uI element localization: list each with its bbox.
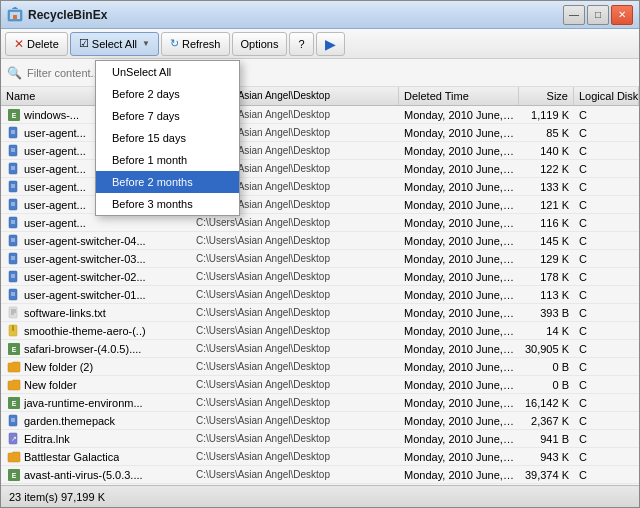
table-row[interactable]: user-agent-switcher-04... C:\Users\Asian…: [1, 232, 639, 250]
svg-rect-13: [9, 163, 17, 174]
refresh-button[interactable]: ↻ Refresh: [161, 32, 230, 56]
file-disk-cell: C: [574, 270, 639, 284]
file-type-icon: [6, 377, 22, 393]
file-name-cell: user-agent-switcher-03...: [1, 250, 191, 268]
file-disk-cell: C: [574, 468, 639, 482]
file-path-cell: C:\Users\Asian Angel\Desktop: [191, 324, 399, 337]
file-path-cell: C:\Users\Asian Angel\Desktop: [191, 234, 399, 247]
file-time-cell: Monday, 2010 June,....: [399, 360, 519, 374]
file-name-cell: user-agent-switcher-04...: [1, 232, 191, 250]
file-disk-cell: C: [574, 450, 639, 464]
file-name: Battlestar Galactica: [24, 451, 119, 463]
file-time-cell: Monday, 2010 June,....: [399, 324, 519, 338]
file-path-cell: C:\Users\Asian Angel\Desktop: [191, 396, 399, 409]
file-name: smoothie-theme-aero-(..): [24, 325, 146, 337]
select-all-dropdown: UnSelect AllBefore 2 daysBefore 7 daysBe…: [95, 60, 240, 216]
file-type-icon: [6, 197, 22, 213]
minimize-button[interactable]: —: [563, 5, 585, 25]
column-time[interactable]: Deleted Time: [399, 87, 519, 105]
dropdown-item[interactable]: Before 15 days: [96, 127, 239, 149]
file-name-cell: smoothie-theme-aero-(..): [1, 322, 191, 340]
table-row[interactable]: software-links.txt C:\Users\Asian Angel\…: [1, 304, 639, 322]
title-bar: RecycleBinEx — □ ✕: [1, 1, 639, 29]
file-type-icon: [6, 449, 22, 465]
table-row[interactable]: user-agent-switcher-02... C:\Users\Asian…: [1, 268, 639, 286]
file-size-cell: 121 K: [519, 198, 574, 212]
file-name: user-agent...: [24, 127, 86, 139]
file-name: user-agent...: [24, 199, 86, 211]
file-type-icon: [6, 359, 22, 375]
svg-rect-5: [9, 127, 17, 138]
file-size-cell: 85 K: [519, 126, 574, 140]
close-button[interactable]: ✕: [611, 5, 633, 25]
options-button[interactable]: Options: [232, 32, 288, 56]
file-time-cell: Monday, 2010 June,....: [399, 378, 519, 392]
table-row[interactable]: smoothie-theme-aero-(..) C:\Users\Asian …: [1, 322, 639, 340]
file-name: Editra.lnk: [24, 433, 70, 445]
file-disk-cell: C: [574, 360, 639, 374]
file-time-cell: Monday, 2010 June,....: [399, 414, 519, 428]
dropdown-item[interactable]: Before 2 months: [96, 171, 239, 193]
table-row[interactable]: E safari-browser-(4.0.5).... C:\Users\As…: [1, 340, 639, 358]
file-name: software-links.txt: [24, 307, 106, 319]
file-size-cell: 39,374 K: [519, 468, 574, 482]
file-disk-cell: C: [574, 162, 639, 176]
file-type-icon: [6, 251, 22, 267]
table-row[interactable]: ↗ Editra.lnk C:\Users\Asian Angel\Deskto…: [1, 430, 639, 448]
table-row[interactable]: E java-runtime-environm... C:\Users\Asia…: [1, 394, 639, 412]
select-all-button[interactable]: ☑ Select All ▼: [70, 32, 159, 56]
file-size-cell: 129 K: [519, 252, 574, 266]
svg-rect-41: [9, 289, 17, 300]
file-size-cell: 16,142 K: [519, 396, 574, 410]
file-type-icon: E: [6, 341, 22, 357]
dropdown-item[interactable]: Before 1 month: [96, 149, 239, 171]
file-time-cell: Monday, 2010 June,....: [399, 342, 519, 356]
table-row[interactable]: E avast-anti-virus-(5.0.3.... C:\Users\A…: [1, 466, 639, 484]
table-row[interactable]: garden.themepack C:\Users\Asian Angel\De…: [1, 412, 639, 430]
help-button[interactable]: ?: [289, 32, 313, 56]
file-disk-cell: C: [574, 108, 639, 122]
table-row[interactable]: Battlestar Galactica C:\Users\Asian Ange…: [1, 448, 639, 466]
dropdown-item[interactable]: Before 2 days: [96, 83, 239, 105]
file-name: New folder (2): [24, 361, 93, 373]
options-label: Options: [241, 38, 279, 50]
svg-rect-2: [13, 15, 17, 19]
maximize-button[interactable]: □: [587, 5, 609, 25]
file-disk-cell: C: [574, 342, 639, 356]
dropdown-item[interactable]: Before 7 days: [96, 105, 239, 127]
file-disk-cell: C: [574, 432, 639, 446]
file-name-cell: E safari-browser-(4.0.5)....: [1, 340, 191, 358]
table-row[interactable]: user-agent... C:\Users\Asian Angel\Deskt…: [1, 214, 639, 232]
file-time-cell: Monday, 2010 June,....: [399, 450, 519, 464]
file-name: user-agent-switcher-03...: [24, 253, 146, 265]
dropdown-item[interactable]: Before 3 months: [96, 193, 239, 215]
file-time-cell: Monday, 2010 June,....: [399, 126, 519, 140]
column-disk[interactable]: Logical Disk: [574, 87, 639, 105]
refresh-label: Refresh: [182, 38, 221, 50]
table-row[interactable]: user-agent-switcher-03... C:\Users\Asian…: [1, 250, 639, 268]
file-disk-cell: C: [574, 414, 639, 428]
delete-button[interactable]: ✕ Delete: [5, 32, 68, 56]
file-size-cell: 30,905 K: [519, 342, 574, 356]
file-name: windows-...: [24, 109, 79, 121]
file-name-cell: user-agent-switcher-01...: [1, 286, 191, 304]
file-name: safari-browser-(4.0.5)....: [24, 343, 141, 355]
file-size-cell: 133 K: [519, 180, 574, 194]
file-name-cell: garden.themepack: [1, 412, 191, 430]
svg-rect-29: [9, 235, 17, 246]
file-name: user-agent...: [24, 163, 86, 175]
info-button[interactable]: ▶: [316, 32, 345, 56]
file-time-cell: Monday, 2010 June,....: [399, 108, 519, 122]
filter-icon: 🔍: [7, 66, 22, 80]
table-row[interactable]: New folder C:\Users\Asian Angel\Desktop …: [1, 376, 639, 394]
table-row[interactable]: New folder (2) C:\Users\Asian Angel\Desk…: [1, 358, 639, 376]
table-row[interactable]: user-agent-switcher-01... C:\Users\Asian…: [1, 286, 639, 304]
file-path-cell: C:\Users\Asian Angel\Desktop: [191, 288, 399, 301]
column-size[interactable]: Size: [519, 87, 574, 105]
file-name-cell: E avast-anti-virus-(5.0.3....: [1, 466, 191, 484]
file-size-cell: 0 B: [519, 360, 574, 374]
dropdown-item[interactable]: UnSelect All: [96, 61, 239, 83]
file-disk-cell: C: [574, 288, 639, 302]
file-size-cell: 1,119 K: [519, 108, 574, 122]
status-bar: 23 item(s) 97,199 K: [1, 485, 639, 507]
